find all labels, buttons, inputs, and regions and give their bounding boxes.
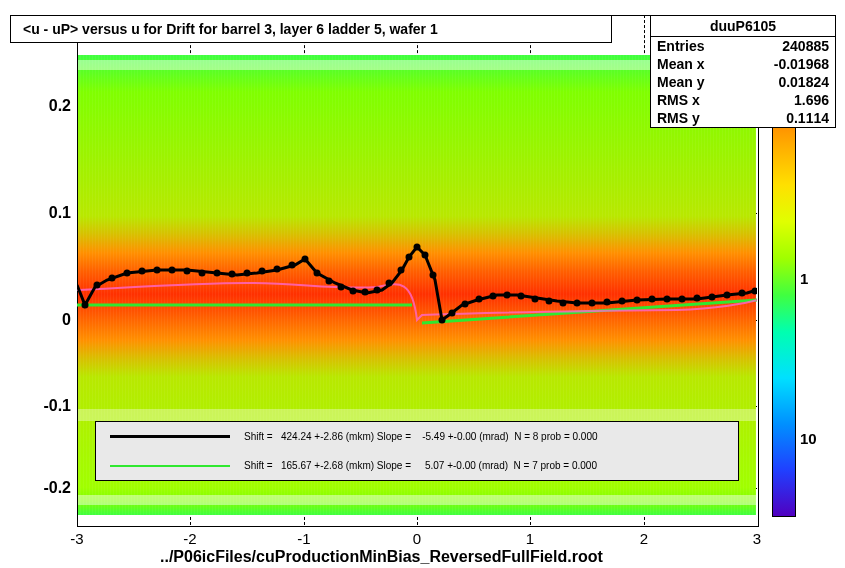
x-tick-label: -3 bbox=[70, 530, 83, 547]
stats-row: Mean x-0.01968 bbox=[651, 55, 835, 73]
legend-text: Shift = 424.24 +-2.86 (mkm) Slope = -5.4… bbox=[244, 431, 598, 442]
y-tick-label: 0 bbox=[62, 311, 71, 329]
legend-box: Shift = 424.24 +-2.86 (mkm) Slope = -5.4… bbox=[95, 421, 739, 481]
heat-gap bbox=[78, 495, 756, 505]
y-tick-label: -0.2 bbox=[43, 479, 71, 497]
x-tick-label: 1 bbox=[526, 530, 534, 547]
plot-title: <u - uP> versus u for Drift for barrel 3… bbox=[23, 21, 438, 37]
stats-row: Entries240885 bbox=[651, 37, 835, 55]
y-tick-label: 0.2 bbox=[49, 97, 71, 115]
stats-row: RMS y0.1114 bbox=[651, 109, 835, 127]
plot-title-box: <u - uP> versus u for Drift for barrel 3… bbox=[10, 15, 612, 43]
stats-name: duuP6105 bbox=[651, 16, 835, 37]
x-tick-label: -2 bbox=[183, 530, 196, 547]
x-tick-label: 3 bbox=[753, 530, 761, 547]
stats-row: Mean y0.01824 bbox=[651, 73, 835, 91]
z-tick-label: 10 bbox=[800, 430, 817, 447]
z-tick-label: 1 bbox=[800, 270, 808, 287]
y-tick-label: 0.1 bbox=[49, 204, 71, 222]
legend-text: Shift = 165.67 +-2.68 (mkm) Slope = 5.07… bbox=[244, 460, 597, 471]
legend-swatch-green bbox=[110, 465, 230, 467]
y-tick-label: -0.1 bbox=[43, 397, 71, 415]
x-tick-label: 2 bbox=[640, 530, 648, 547]
x-tick-label: -1 bbox=[297, 530, 310, 547]
legend-row: Shift = 424.24 +-2.86 (mkm) Slope = -5.4… bbox=[96, 422, 738, 451]
legend-swatch-black bbox=[110, 435, 230, 438]
file-path-label: ../P06icFiles/cuProductionMinBias_Revers… bbox=[160, 548, 603, 566]
x-tick-label: 0 bbox=[413, 530, 421, 547]
stats-box: duuP6105 Entries240885 Mean x-0.01968 Me… bbox=[650, 15, 836, 128]
stats-row: RMS x1.696 bbox=[651, 91, 835, 109]
legend-row: Shift = 165.67 +-2.68 (mkm) Slope = 5.07… bbox=[96, 451, 738, 480]
